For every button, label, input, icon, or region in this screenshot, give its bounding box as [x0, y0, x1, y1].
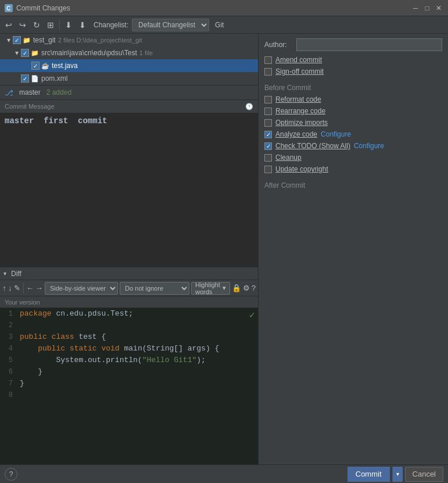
signoff-checkbox[interactable] — [264, 68, 272, 76]
after-commit-title: After Commit — [264, 181, 442, 189]
commit-button[interactable]: Commit — [347, 467, 390, 482]
diff-next-button[interactable]: → — [35, 282, 43, 295]
analyze-checkbox[interactable]: ✓ — [264, 131, 272, 138]
ignore-select[interactable]: Do not ignore Ignore whitespace — [120, 282, 189, 295]
tree-item-name: test_git — [33, 36, 56, 44]
cancel-button[interactable]: Cancel — [405, 467, 443, 482]
arrow-icon: ▾ — [5, 36, 13, 44]
cleanup-checkbox[interactable] — [264, 154, 272, 162]
highlight-words-button[interactable]: Highlight words ▾ — [191, 282, 230, 295]
diff-lock-button[interactable]: 🔒 — [232, 282, 241, 295]
status-bar: ⎇ master 2 added — [0, 85, 258, 100]
window-title: Commit Changes — [16, 4, 407, 12]
line-num-7: 7 — [0, 378, 17, 389]
copyright-label: Update copyright — [275, 165, 328, 173]
commit-message-input[interactable]: master first commit — [0, 113, 258, 267]
todo-checkbox[interactable]: ✓ — [264, 142, 272, 150]
toolbar-move-down-button[interactable]: ⬇ — [62, 19, 75, 31]
line-content-1: package cn.edu.pdsu.Test; — [17, 308, 258, 320]
folder-icon: 📁 — [23, 37, 31, 44]
amend-commit-row: Amend commit — [264, 56, 442, 64]
toolbar-move-up-button[interactable]: ⬆ — [76, 19, 89, 31]
reformat-checkbox[interactable] — [264, 96, 272, 103]
highlight-label: Highlight words — [195, 281, 220, 295]
diff-collapse-icon[interactable]: ▾ — [3, 270, 6, 277]
toolbar-forward-button[interactable]: ↪ — [16, 19, 29, 31]
toolbar-separator-1 — [59, 20, 60, 30]
highlight-chevron-icon: ▾ — [223, 284, 226, 292]
history-icon[interactable]: 🕐 — [245, 103, 253, 110]
tree-item-name: test.java — [52, 62, 78, 70]
main-content: ▾ ✓ 📁 test_git 2 files D:\Idea_project\t… — [0, 34, 448, 464]
changelist-select[interactable]: Default Changelist — [132, 19, 209, 31]
tree-item-testjava[interactable]: ✓ ☕ test.java — [0, 59, 258, 72]
toolbar-refresh-button[interactable]: ↻ — [30, 19, 43, 31]
code-area[interactable]: 1 package cn.edu.pdsu.Test; 2 3 public c… — [0, 308, 258, 464]
branch-icon: ⎇ — [5, 88, 13, 97]
checkbox-testjava[interactable]: ✓ — [31, 62, 40, 70]
line-num-4: 4 — [0, 343, 17, 355]
commit-message-section: Commit Message 🕐 master first commit — [0, 100, 258, 267]
diff-help-button[interactable]: ? — [252, 282, 256, 295]
reformat-row: Reformat code — [264, 95, 442, 103]
line-content-3: public class test { — [17, 331, 258, 343]
diff-settings-button[interactable]: ⚙ — [243, 282, 250, 295]
rearrange-checkbox[interactable] — [264, 108, 272, 115]
analyze-label: Analyze code — [275, 130, 317, 138]
changelist-label: Changelist: — [94, 21, 128, 29]
right-panel: Author: Amend commit Sign-off commit Bef… — [259, 34, 448, 464]
tree-item-name: pom.xml — [41, 74, 67, 83]
arrow-icon: ▾ — [13, 49, 21, 57]
reformat-label: Reformat code — [275, 95, 321, 103]
title-bar: C Commit Changes ─ □ ✕ — [0, 0, 448, 16]
code-line-7: 7 } — [0, 378, 258, 389]
help-button[interactable]: ? — [5, 468, 17, 481]
line-num-5: 5 — [0, 355, 17, 366]
viewer-select[interactable]: Side-by-side viewer Unified viewer — [45, 282, 118, 295]
status-added: 2 added — [46, 88, 71, 96]
amend-checkbox[interactable] — [264, 56, 272, 64]
commit-msg-label: Commit Message — [5, 103, 55, 110]
copyright-checkbox[interactable] — [264, 166, 272, 173]
todo-configure-link[interactable]: Configure — [354, 142, 384, 150]
branch-name: master — [19, 88, 41, 96]
checkbox-pomxml[interactable]: ✓ — [21, 74, 29, 83]
diff-edit-button[interactable]: ✎ — [14, 282, 20, 295]
analyze-row: ✓ Analyze code Configure — [264, 130, 442, 138]
checkbox-root[interactable]: ✓ — [13, 36, 21, 44]
window-controls: ─ □ ✕ — [411, 3, 443, 13]
signoff-label: Sign-off commit — [275, 67, 324, 76]
code-line-5: 5 System.out.println("Hello Git1"); — [0, 355, 258, 366]
close-button[interactable]: ✕ — [434, 3, 443, 13]
diff-down-button[interactable]: ↓ — [8, 282, 12, 295]
line-content-5: System.out.println("Hello Git1"); — [17, 355, 258, 366]
commit-dropdown-button[interactable]: ▾ — [392, 467, 403, 482]
line-num-1: 1 — [0, 308, 17, 320]
tree-item-src[interactable]: ▾ ✓ 📁 src\main\java\cn\edu\pdsu\Test 1 f… — [0, 46, 258, 59]
all-good-indicator: ✓ — [249, 310, 256, 320]
toolbar-back-button[interactable]: ↩ — [2, 19, 15, 31]
diff-up-button[interactable]: ↑ — [2, 282, 6, 295]
code-line-4: 4 public static void main(String[] args)… — [0, 343, 258, 355]
left-panel: ▾ ✓ 📁 test_git 2 files D:\Idea_project\t… — [0, 34, 259, 464]
line-num-8: 8 — [0, 389, 17, 401]
tree-item-meta: 2 files D:\Idea_project\test_git — [58, 37, 142, 44]
tree-item-pomxml[interactable]: ✓ 📄 pom.xml — [0, 72, 258, 85]
author-input[interactable] — [296, 38, 442, 51]
tree-item-root[interactable]: ▾ ✓ 📁 test_git 2 files D:\Idea_project\t… — [0, 34, 258, 46]
checkbox-src[interactable]: ✓ — [21, 49, 29, 57]
file-tree: ▾ ✓ 📁 test_git 2 files D:\Idea_project\t… — [0, 34, 258, 85]
rearrange-label: Rearrange code — [275, 107, 325, 115]
rearrange-row: Rearrange code — [264, 107, 442, 115]
todo-row: ✓ Check TODO (Show All) Configure — [264, 142, 442, 150]
minimize-button[interactable]: ─ — [411, 3, 420, 13]
analyze-configure-link[interactable]: Configure — [321, 130, 351, 138]
maximize-button[interactable]: □ — [422, 3, 432, 13]
toolbar-group-button[interactable]: ⊞ — [44, 19, 57, 31]
line-num-2: 2 — [0, 320, 17, 331]
diff-prev-button[interactable]: ← — [26, 282, 34, 295]
your-version-text: Your version — [5, 299, 40, 306]
line-content-6: } — [17, 366, 258, 378]
optimize-checkbox[interactable] — [264, 119, 272, 127]
code-line-8: 8 — [0, 389, 258, 401]
